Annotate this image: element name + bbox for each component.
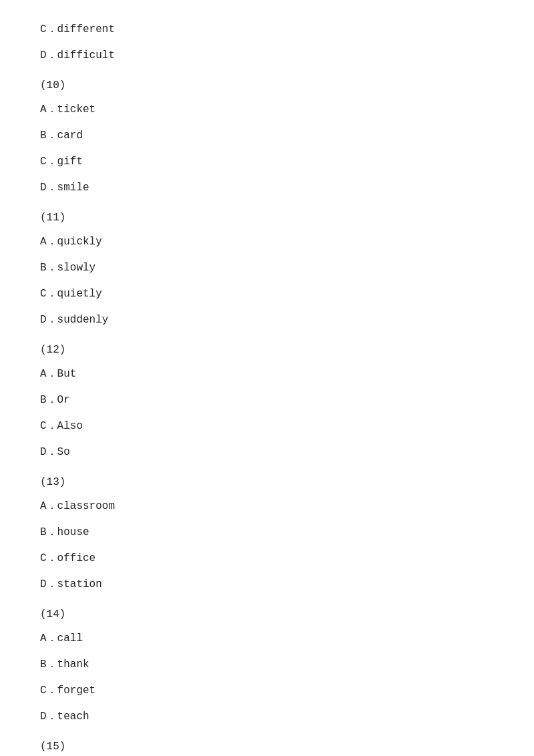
q11-option-b: B．slowly xyxy=(40,258,494,278)
option-text: But xyxy=(57,368,77,380)
option-text: card xyxy=(57,130,83,142)
option-letter: D． xyxy=(40,314,57,326)
option-letter: D． xyxy=(40,182,57,194)
option-letter: C． xyxy=(40,420,57,432)
option-letter: B． xyxy=(40,658,57,671)
q10-option-b: B．card xyxy=(40,126,494,146)
option-c-different: C．different xyxy=(40,20,494,39)
question-15-number: (15) xyxy=(40,737,494,756)
option-letter: D． xyxy=(40,446,57,458)
option-letter: C． xyxy=(40,156,57,168)
option-letter: B． xyxy=(40,130,57,142)
option-text: different xyxy=(57,23,115,35)
option-letter: C． xyxy=(40,685,57,697)
question-14-number: (14) xyxy=(40,605,494,624)
question-13-number: (13) xyxy=(40,473,494,492)
q14-option-c: C．forget xyxy=(40,681,494,701)
q12-option-b: B．Or xyxy=(40,391,494,410)
option-text: Or xyxy=(57,394,70,406)
option-letter: B． xyxy=(40,526,57,538)
option-letter: A． xyxy=(40,104,57,116)
option-text: quietly xyxy=(57,288,102,300)
option-letter: B． xyxy=(40,262,57,274)
q11-option-c: C．quietly xyxy=(40,285,494,304)
option-letter: A． xyxy=(40,236,57,248)
option-letter: D． xyxy=(40,578,57,590)
q13-option-a: A．classroom xyxy=(40,497,494,516)
q12-option-c: C．Also xyxy=(40,417,494,436)
option-text: Also xyxy=(57,420,83,432)
question-10-number: (10) xyxy=(40,76,494,96)
option-text: So xyxy=(57,446,70,458)
option-text: house xyxy=(57,526,89,538)
option-letter: C． xyxy=(40,288,57,300)
option-text: call xyxy=(57,632,83,644)
q12-option-a: A．But xyxy=(40,365,494,384)
option-letter: B． xyxy=(40,394,57,406)
q11-option-a: A．quickly xyxy=(40,232,494,252)
option-letter: A． xyxy=(40,500,57,512)
option-text: quickly xyxy=(57,236,102,248)
option-d-difficult: D．difficult xyxy=(40,46,494,65)
option-letter: D． xyxy=(40,49,57,61)
q13-option-b: B．house xyxy=(40,523,494,542)
option-text: suddenly xyxy=(57,314,109,326)
option-text: gift xyxy=(57,156,83,168)
question-11-number: (11) xyxy=(40,208,494,228)
option-text: teach xyxy=(57,711,89,723)
option-letter: D． xyxy=(40,711,57,723)
option-text: office xyxy=(57,552,96,564)
q13-option-d: D．station xyxy=(40,575,494,594)
option-text: ticket xyxy=(57,104,96,116)
q10-option-c: C．gift xyxy=(40,152,494,172)
q12-option-d: D．So xyxy=(40,443,494,462)
option-letter: A． xyxy=(40,368,57,380)
option-letter: C． xyxy=(40,552,57,564)
option-text: smile xyxy=(57,182,89,194)
q14-option-d: D．teach xyxy=(40,707,494,727)
option-text: difficult xyxy=(57,49,115,61)
question-12-number: (12) xyxy=(40,341,494,360)
q14-option-a: A．call xyxy=(40,629,494,648)
option-text: thank xyxy=(57,658,89,671)
option-letter: A． xyxy=(40,632,57,644)
option-text: forget xyxy=(57,685,96,697)
q13-option-c: C．office xyxy=(40,549,494,568)
q11-option-d: D．suddenly xyxy=(40,311,494,330)
q14-option-b: B．thank xyxy=(40,655,494,675)
option-text: station xyxy=(57,578,102,590)
option-letter: C． xyxy=(40,23,57,35)
q10-option-d: D．smile xyxy=(40,178,494,198)
q10-option-a: A．ticket xyxy=(40,100,494,120)
option-text: classroom xyxy=(57,500,115,512)
option-text: slowly xyxy=(57,262,96,274)
main-content: C．different D．difficult (10) A．ticket B．… xyxy=(0,0,534,756)
